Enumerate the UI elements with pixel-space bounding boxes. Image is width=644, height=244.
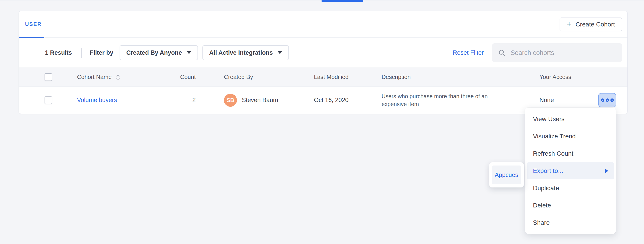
select-all-checkbox[interactable] bbox=[44, 73, 52, 81]
column-created-by: Created By bbox=[196, 74, 314, 81]
column-label: Description bbox=[382, 74, 411, 80]
ellipsis-icon bbox=[601, 98, 604, 102]
filter-bar: 1 Results Filter by Created By Anyone Al… bbox=[19, 38, 628, 68]
vertical-divider bbox=[81, 48, 82, 58]
reset-filter-link[interactable]: Reset Filter bbox=[453, 49, 484, 56]
column-label: Last Modified bbox=[314, 74, 349, 80]
avatar-initials: SB bbox=[226, 97, 234, 103]
filter-by-label: Filter by bbox=[90, 49, 113, 56]
column-count: Count bbox=[162, 74, 196, 81]
menu-item-label: View Users bbox=[533, 116, 564, 123]
menu-item-visualize-trend[interactable]: Visualize Trend bbox=[527, 128, 614, 145]
top-nav-active-tab-indicator bbox=[322, 0, 363, 2]
menu-item-duplicate[interactable]: Duplicate bbox=[527, 179, 614, 197]
sort-icon bbox=[116, 74, 120, 80]
results-count: 1 Results bbox=[45, 49, 72, 56]
last-modified-date: Oct 16, 2020 bbox=[314, 97, 349, 103]
column-last-modified: Last Modified bbox=[314, 74, 382, 81]
plus-icon: + bbox=[567, 20, 572, 28]
search-icon bbox=[498, 49, 506, 57]
menu-item-share[interactable]: Share bbox=[527, 214, 614, 231]
column-your-access: Your Access bbox=[540, 74, 596, 81]
created-by-name: Steven Baum bbox=[242, 97, 278, 104]
menu-item-label: Refresh Count bbox=[533, 150, 574, 157]
menu-item-label: Export to... bbox=[533, 167, 563, 174]
menu-item-label: Duplicate bbox=[533, 185, 559, 192]
menu-item-export-to[interactable]: Export to... bbox=[527, 162, 614, 179]
access-value: None bbox=[540, 97, 554, 103]
submenu-arrow-icon bbox=[605, 168, 608, 173]
column-description: Description bbox=[382, 74, 540, 81]
cohorts-page: USER + Create Cohort 1 Results Filter by… bbox=[0, 0, 644, 244]
table-header: Cohort Name Count Created By Last Modifi… bbox=[19, 68, 628, 87]
create-cohort-label: Create Cohort bbox=[576, 21, 615, 28]
tab-user-label: USER bbox=[25, 21, 42, 27]
menu-item-label: Share bbox=[533, 219, 550, 226]
integrations-dropdown-label: All Active Integrations bbox=[209, 49, 273, 56]
menu-item-label: Delete bbox=[533, 202, 551, 209]
export-submenu: Appcues bbox=[489, 162, 524, 187]
row-actions-menu: View Users Visualize Trend Refresh Count… bbox=[525, 108, 616, 234]
search-box[interactable] bbox=[492, 43, 622, 62]
row-actions-button[interactable] bbox=[598, 93, 616, 107]
avatar: SB bbox=[224, 94, 237, 107]
column-label: Count bbox=[180, 74, 196, 81]
cohort-name-link[interactable]: Volume buyers bbox=[77, 97, 117, 104]
search-input[interactable] bbox=[510, 43, 622, 62]
create-cohort-button[interactable]: + Create Cohort bbox=[560, 18, 622, 31]
cohorts-card: USER + Create Cohort 1 Results Filter by… bbox=[18, 11, 628, 114]
active-tab-underline bbox=[19, 37, 44, 38]
created-by-dropdown-label: Created By Anyone bbox=[126, 49, 182, 56]
chevron-down-icon bbox=[278, 51, 282, 54]
ellipsis-icon bbox=[606, 98, 609, 102]
column-label: Created By bbox=[224, 74, 253, 81]
menu-item-delete[interactable]: Delete bbox=[527, 197, 614, 214]
tab-user[interactable]: USER bbox=[25, 11, 42, 38]
row-checkbox[interactable] bbox=[44, 96, 52, 104]
submenu-item-appcues[interactable]: Appcues bbox=[492, 165, 521, 184]
column-label: Cohort Name bbox=[77, 74, 112, 81]
menu-item-view-users[interactable]: View Users bbox=[527, 110, 614, 128]
cohort-description: Users who purchase more than three of an… bbox=[382, 92, 512, 108]
cohort-count: 2 bbox=[192, 97, 196, 104]
submenu-item-label: Appcues bbox=[495, 172, 518, 178]
created-by-dropdown[interactable]: Created By Anyone bbox=[120, 45, 198, 60]
menu-item-refresh-count[interactable]: Refresh Count bbox=[527, 145, 614, 162]
menu-item-label: Visualize Trend bbox=[533, 133, 576, 140]
column-label: Your Access bbox=[540, 74, 571, 80]
ellipsis-icon bbox=[610, 98, 614, 102]
column-cohort-name[interactable]: Cohort Name bbox=[77, 74, 162, 81]
integrations-dropdown[interactable]: All Active Integrations bbox=[202, 45, 289, 60]
chevron-down-icon bbox=[187, 51, 191, 54]
tab-bar: USER + Create Cohort bbox=[19, 11, 628, 38]
